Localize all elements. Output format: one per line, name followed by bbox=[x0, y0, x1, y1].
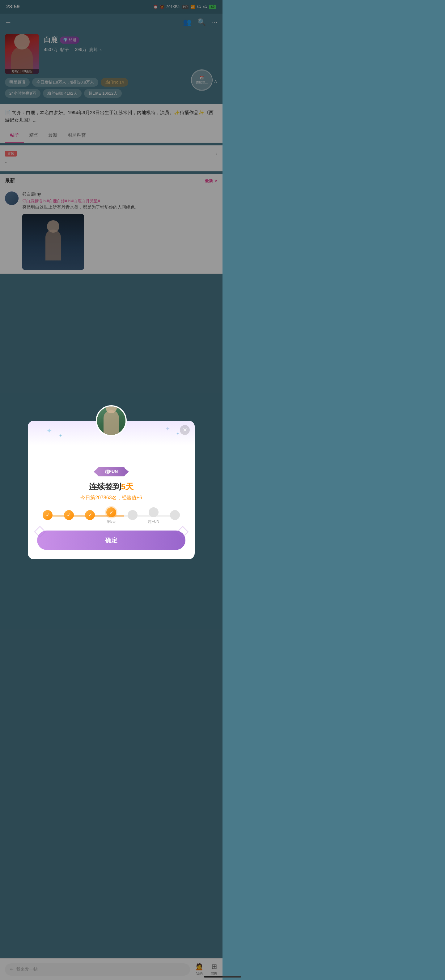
sparkle-icon-1: ✦ bbox=[46, 427, 52, 435]
modal-title: 连续签到5天 bbox=[28, 481, 195, 490]
modal-body: ◇ ◇ 连续签到5天 今日第207863名，经验值+6 ✓ bbox=[28, 481, 195, 490]
modal-close-button[interactable]: ✕ bbox=[180, 425, 190, 435]
modal-top-label: 超FUN bbox=[28, 464, 195, 476]
modal-avatar-wrap bbox=[96, 405, 127, 436]
sparkle-icon-3: ✦ bbox=[165, 425, 170, 432]
checkin-modal: ✕ ✦ ✦ ✦ ✦ 超FUN ◇ ◇ 连续签到5天 bbox=[28, 421, 195, 490]
close-icon: ✕ bbox=[183, 426, 187, 433]
modal-label-box: 超FUN bbox=[97, 467, 125, 476]
modal-overlay: ✕ ✦ ✦ ✦ ✦ 超FUN ◇ ◇ 连续签到5天 bbox=[0, 0, 223, 490]
sparkle-icon-2: ✦ bbox=[59, 433, 62, 438]
modal-avatar bbox=[96, 405, 127, 436]
sparkle-icon-4: ✦ bbox=[176, 431, 179, 436]
